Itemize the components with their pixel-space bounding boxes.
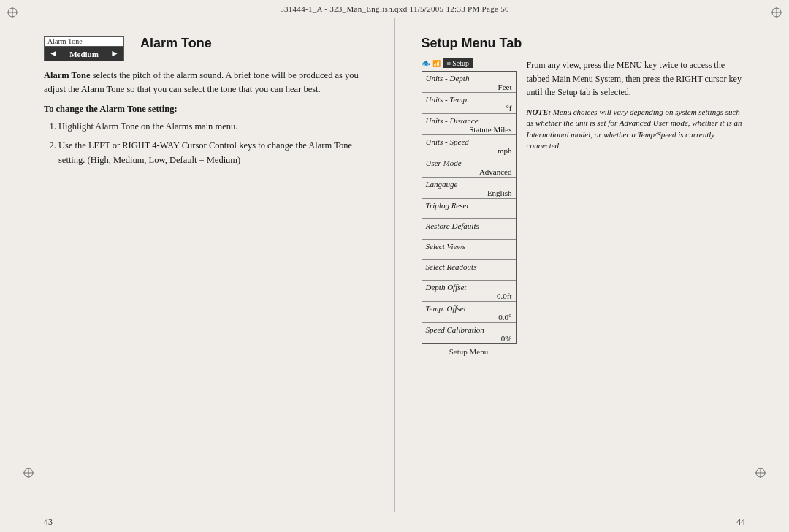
setup-note: NOTE: Menu choices will vary depending o… bbox=[527, 107, 746, 152]
menu-item-label: Select Readouts bbox=[426, 262, 512, 271]
header-text: 531444-1_A - 323_Man_English.qxd 11/5/20… bbox=[280, 4, 509, 13]
step-1: Highlight Alarm Tone on the Alarms main … bbox=[58, 119, 368, 134]
step-2: Use the LEFT or RIGHT 4-WAY Cursor Contr… bbox=[58, 138, 368, 167]
menu-item-value: Statute Miles bbox=[426, 125, 512, 134]
signal-icon: 📶 bbox=[432, 60, 441, 67]
arrow-left-icon: ◄ bbox=[49, 48, 58, 59]
setup-menu-container: 🐟 📶 ≡ Setup Units - DepthFeetUnits - Tem… bbox=[422, 58, 746, 356]
setup-menu-caption: Setup Menu bbox=[422, 347, 517, 356]
alarm-tone-widget: Alarm Tone ◄ Medium ► bbox=[44, 36, 124, 61]
menu-item: Speed Calibration0% bbox=[422, 323, 516, 343]
menu-item-label: Restore Defaults bbox=[426, 221, 512, 230]
menu-item-value: Advanced bbox=[426, 167, 512, 176]
alarm-widget-row: Alarm Tone ◄ Medium ► Alarm Tone bbox=[44, 36, 368, 64]
menu-item-value: 0.0ft bbox=[426, 292, 512, 300]
menu-item: Units - DistanceStatute Miles bbox=[422, 114, 516, 135]
menu-item: Select Readouts bbox=[422, 260, 516, 281]
menu-item-label: Triplog Reset bbox=[426, 201, 512, 210]
intro-text: selects the pitch of the alarm sound. A … bbox=[44, 70, 359, 94]
setup-menu-area: 🐟 📶 ≡ Setup Units - DepthFeetUnits - Tem… bbox=[422, 58, 517, 356]
menu-item-label: Units - Temp bbox=[426, 95, 512, 104]
note-text: Menu choices will vary depending on syst… bbox=[527, 107, 742, 150]
left-section-heading: Alarm Tone bbox=[140, 36, 212, 51]
right-description-area: From any view, press the MENU key twice … bbox=[527, 58, 746, 356]
right-page: Setup Menu Tab 🐟 📶 ≡ Setup bbox=[395, 18, 790, 512]
menu-item-label: Units - Distance bbox=[426, 116, 512, 125]
setup-tab-indicator: ≡ Setup bbox=[443, 58, 473, 68]
reg-mark-bottom-left bbox=[22, 466, 35, 482]
menu-item-value: 0.0° bbox=[426, 313, 512, 322]
menu-item-value: 0% bbox=[426, 334, 512, 343]
setup-tab-label: Setup bbox=[452, 59, 469, 67]
menu-item: Select Views bbox=[422, 240, 516, 260]
menu-item: Units - Temp°f bbox=[422, 93, 516, 114]
menu-item: Units - Speedmph bbox=[422, 135, 516, 156]
alarm-value-label: Medium bbox=[69, 50, 99, 58]
alarm-widget-value: ◄ Medium ► bbox=[45, 47, 123, 61]
arrow-right-icon: ► bbox=[110, 48, 119, 59]
page-container: 531444-1_A - 323_Man_English.qxd 11/5/20… bbox=[0, 0, 789, 532]
right-section-heading: Setup Menu Tab bbox=[422, 36, 746, 51]
menu-item: Restore Defaults bbox=[422, 219, 516, 240]
menu-item-value: Feet bbox=[426, 83, 512, 91]
main-content: Alarm Tone ◄ Medium ► Alarm Tone Alarm T… bbox=[0, 18, 789, 512]
menu-item: LangaugeEnglish bbox=[422, 178, 516, 199]
fish-icon: 🐟 bbox=[422, 59, 430, 67]
reg-mark-bottom-right bbox=[754, 466, 767, 482]
menu-item-label: Langauge bbox=[426, 180, 512, 189]
menu-item-value: °f bbox=[426, 104, 512, 113]
menu-item-value: English bbox=[426, 189, 512, 197]
setup-icon-bar: 🐟 📶 ≡ Setup bbox=[422, 58, 517, 68]
menu-item: User ModeAdvanced bbox=[422, 156, 516, 178]
menu-item-label: Depth Offset bbox=[426, 283, 512, 292]
menu-item-label: Select Views bbox=[426, 242, 512, 251]
alarm-widget-title: Alarm Tone bbox=[45, 37, 123, 47]
menu-item: Depth Offset0.0ft bbox=[422, 281, 516, 302]
menu-item-label: Temp. Offset bbox=[426, 304, 512, 313]
sub-heading: To change the Alarm Tone setting: bbox=[44, 104, 368, 115]
setup-description: From any view, press the MENU key twice … bbox=[527, 58, 746, 99]
steps-list: Highlight Alarm Tone on the Alarms main … bbox=[44, 119, 368, 167]
left-page-number: 43 bbox=[29, 517, 53, 528]
menu-item: Units - DepthFeet bbox=[422, 72, 516, 93]
left-body-text: Alarm Tone selects the pitch of the alar… bbox=[44, 69, 368, 96]
lines-icon: ≡ bbox=[447, 59, 451, 67]
menu-item-label: Units - Depth bbox=[426, 74, 512, 83]
right-page-number: 44 bbox=[736, 517, 760, 528]
note-bold-label: NOTE: bbox=[527, 107, 552, 116]
page-header: 531444-1_A - 323_Man_English.qxd 11/5/20… bbox=[0, 0, 789, 18]
menu-item-label: Units - Speed bbox=[426, 137, 512, 146]
menu-item-value: mph bbox=[426, 146, 512, 155]
page-footer: 43 44 bbox=[0, 512, 789, 532]
intro-bold: Alarm Tone bbox=[44, 70, 91, 80]
menu-item: Temp. Offset0.0° bbox=[422, 302, 516, 323]
menu-item-label: User Mode bbox=[426, 159, 512, 167]
setup-menu-list: Units - DepthFeetUnits - Temp°fUnits - D… bbox=[422, 71, 517, 344]
menu-item: Triplog Reset bbox=[422, 199, 516, 219]
left-page: Alarm Tone ◄ Medium ► Alarm Tone Alarm T… bbox=[0, 18, 395, 512]
menu-item-label: Speed Calibration bbox=[426, 325, 512, 334]
